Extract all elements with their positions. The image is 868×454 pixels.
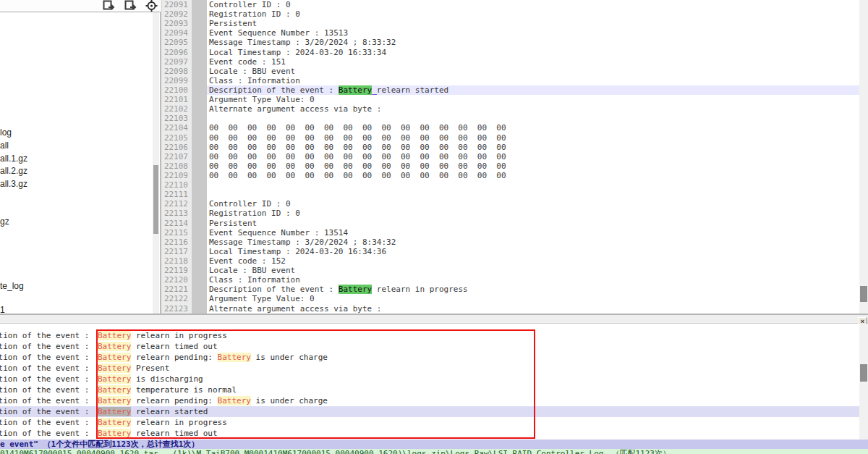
file-item[interactable]: gz xyxy=(0,216,12,227)
fold-margin[interactable] xyxy=(192,171,207,180)
fold-margin[interactable] xyxy=(192,143,207,152)
fold-margin[interactable] xyxy=(192,38,207,47)
fold-margin[interactable] xyxy=(192,0,207,9)
fold-margin[interactable] xyxy=(192,237,207,247)
result-row[interactable]: Description of the event : Battery relea… xyxy=(0,341,859,352)
fold-margin[interactable] xyxy=(192,275,207,285)
result-prefix-text: Description of the event : xyxy=(0,384,94,395)
fold-margin[interactable] xyxy=(192,228,207,237)
line-text[interactable]: Event code : 152 xyxy=(207,256,859,266)
editor-scrollbar[interactable] xyxy=(859,0,868,314)
fold-margin[interactable] xyxy=(192,123,207,133)
result-row[interactable]: Description of the event : Battery relea… xyxy=(0,352,859,363)
line-text[interactable] xyxy=(207,114,859,123)
file-item[interactable]: all xyxy=(0,140,12,151)
result-prefix: Description of the event : xyxy=(0,330,96,341)
fold-margin[interactable] xyxy=(192,67,207,76)
result-row[interactable]: Description of the event : Battery relea… xyxy=(0,395,859,406)
panel-splitter[interactable] xyxy=(0,314,868,324)
line-text[interactable] xyxy=(207,190,859,199)
result-row[interactable]: Description of the event : Battery tempe… xyxy=(0,384,859,395)
fold-margin[interactable] xyxy=(192,256,207,266)
line-text[interactable]: Class : Information xyxy=(207,275,859,285)
result-row[interactable]: Description of the event : Battery relea… xyxy=(0,428,859,439)
fold-margin[interactable] xyxy=(192,285,207,294)
line-text[interactable]: 00 00 00 00 00 00 00 00 00 00 00 00 00 0… xyxy=(207,133,859,143)
result-row[interactable]: Description of the event : Battery is di… xyxy=(0,374,859,384)
line-text[interactable]: Message Timestamp : 3/20/2024 ; 8:33:32 xyxy=(207,38,859,47)
file-item[interactable]: all.1.gz xyxy=(0,153,30,164)
line-text[interactable]: Event Sequence Number : 13513 xyxy=(207,28,859,38)
result-row[interactable]: Description of the event : Battery relea… xyxy=(0,330,859,341)
editor-line: 22097Event code : 151 xyxy=(162,57,859,67)
fold-margin[interactable] xyxy=(192,209,207,218)
fold-margin[interactable] xyxy=(192,266,207,275)
line-text[interactable]: 00 00 00 00 00 00 00 00 00 00 00 00 00 0… xyxy=(207,143,859,152)
line-number: 22123 xyxy=(162,304,192,314)
line-text[interactable]: 00 00 00 00 00 00 00 00 00 00 00 00 00 0… xyxy=(207,152,859,161)
fold-margin[interactable] xyxy=(192,180,207,190)
file-item[interactable]: all.3.gz xyxy=(0,178,30,190)
fold-margin[interactable] xyxy=(192,161,207,171)
line-text[interactable]: Description of the event : Battery_relea… xyxy=(207,85,859,95)
log-editor[interactable]: 22091Controller ID : 022092Registration … xyxy=(161,0,859,314)
fold-margin[interactable] xyxy=(192,294,207,303)
line-text[interactable]: Controller ID : 0 xyxy=(207,0,859,9)
result-row[interactable]: Description of the event : Battery Prese… xyxy=(0,363,859,374)
line-text[interactable]: Description of the event : Battery relea… xyxy=(207,285,859,294)
search-results-panel[interactable]: Description of the event : Battery relea… xyxy=(0,324,859,440)
fold-margin[interactable] xyxy=(192,85,207,95)
line-text[interactable]: 00 00 00 00 00 00 00 00 00 00 00 00 00 0… xyxy=(207,123,859,133)
line-text[interactable]: Message Timestamp : 3/20/2024 ; 8:34:32 xyxy=(207,237,859,247)
file-item[interactable]: te_log xyxy=(0,280,27,292)
line-text[interactable]: Persistent xyxy=(207,19,859,28)
line-text[interactable]: Controller ID : 0 xyxy=(207,199,859,209)
results-scrollbar[interactable] xyxy=(859,324,868,440)
line-text[interactable]: Local Timestamp : 2024-03-20 16:33:34 xyxy=(207,48,859,57)
line-text[interactable]: Argument Type Value: 0 xyxy=(207,294,859,303)
fold-margin[interactable] xyxy=(192,304,207,314)
fold-margin[interactable] xyxy=(192,104,207,114)
line-text[interactable]: Registration ID : 0 xyxy=(207,209,859,218)
file-item[interactable]: all.2.gz xyxy=(0,165,30,177)
fold-margin[interactable] xyxy=(192,152,207,161)
results-scrollbar-thumb[interactable] xyxy=(860,364,867,382)
fold-margin[interactable] xyxy=(192,9,207,19)
fold-margin[interactable] xyxy=(192,219,207,228)
fold-margin[interactable] xyxy=(192,57,207,67)
line-text[interactable]: 00 00 00 00 00 00 00 00 00 00 00 00 00 0… xyxy=(207,161,859,171)
file-list-scrollbar[interactable] xyxy=(153,12,159,315)
fold-margin[interactable] xyxy=(192,19,207,28)
line-text[interactable]: Registration ID : 0 xyxy=(207,9,859,19)
line-text[interactable]: 00 00 00 00 00 00 00 00 00 00 00 00 00 0… xyxy=(207,171,859,180)
line-text[interactable]: Local Timestamp : 2024-03-20 16:34:36 xyxy=(207,247,859,256)
line-text[interactable]: Alternate argument access via byte : xyxy=(207,304,859,314)
file-item[interactable]: log xyxy=(0,127,14,138)
fold-margin[interactable] xyxy=(192,28,207,38)
result-row[interactable]: Description of the event : Battery relea… xyxy=(0,417,859,428)
locate-crosshair-icon[interactable] xyxy=(143,0,159,12)
line-text[interactable]: Locale : BBU event xyxy=(207,67,859,76)
fold-margin[interactable] xyxy=(192,48,207,57)
fold-margin[interactable] xyxy=(192,76,207,85)
jump-to-file-icon[interactable] xyxy=(122,0,138,12)
fold-margin[interactable] xyxy=(192,247,207,256)
line-text[interactable]: Persistent xyxy=(207,219,859,228)
line-text[interactable] xyxy=(207,180,859,190)
line-text[interactable]: Event Sequence Number : 13514 xyxy=(207,228,859,237)
line-text[interactable]: Class : Information xyxy=(207,76,859,85)
fold-margin[interactable] xyxy=(192,95,207,104)
file-list-scrollbar-thumb[interactable] xyxy=(153,165,158,234)
line-number: 22097 xyxy=(162,57,192,67)
fold-margin[interactable] xyxy=(192,199,207,209)
line-text[interactable]: Alternate argument access via byte : xyxy=(207,104,859,114)
editor-scrollbar-thumb[interactable] xyxy=(860,286,867,302)
fold-margin[interactable] xyxy=(192,114,207,123)
jump-to-file-icon[interactable] xyxy=(101,0,116,12)
line-text[interactable]: Locale : BBU event xyxy=(207,266,859,275)
line-text[interactable]: Argument Type Value: 0 xyxy=(207,95,859,104)
line-text[interactable]: Event code : 151 xyxy=(207,57,859,67)
fold-margin[interactable] xyxy=(192,133,207,143)
result-row[interactable]: Description of the event : Battery relea… xyxy=(0,406,859,417)
fold-margin[interactable] xyxy=(192,190,207,199)
